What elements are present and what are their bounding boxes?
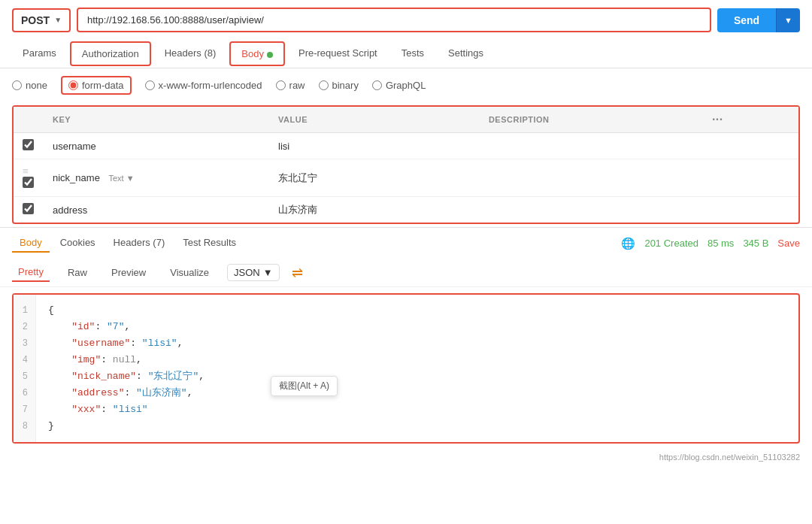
line-numbers: 1 2 3 4 5 6 7 8 — [14, 295, 36, 442]
save-button[interactable]: Save — [777, 238, 800, 249]
table-row: ≡ nick_name Text ▼ 东北辽宁 — [14, 159, 798, 197]
response-size: 345 B — [743, 238, 768, 249]
row-checkbox-cell: ≡ — [14, 159, 44, 197]
option-raw[interactable]: raw — [276, 80, 305, 91]
view-tab-visualize[interactable]: Visualize — [164, 264, 215, 281]
tab-params[interactable]: Params — [12, 40, 67, 68]
col-checkbox — [14, 107, 44, 133]
send-button[interactable]: Send — [717, 8, 776, 32]
col-type — [429, 107, 480, 133]
json-line-6: "address": "山东济南", — [48, 385, 786, 401]
resp-tab-test-results[interactable]: Test Results — [175, 234, 244, 253]
body-options: none form-data x-www-form-urlencoded raw… — [0, 68, 812, 102]
method-dropdown[interactable]: POST ▼ — [12, 8, 71, 32]
row-extra — [700, 133, 798, 159]
json-line-1: { — [48, 302, 786, 319]
tab-settings[interactable]: Settings — [438, 40, 494, 68]
row-key-cell: address — [44, 197, 269, 223]
row-extra — [700, 159, 798, 197]
json-line-3: "username": "lisi", — [48, 335, 786, 352]
globe-icon: 🌐 — [621, 237, 635, 250]
row-value-cell: 山东济南 — [269, 197, 429, 223]
row-extra — [700, 197, 798, 223]
option-form-data[interactable]: form-data — [61, 76, 132, 95]
resp-tab-cookies[interactable]: Cookies — [53, 234, 103, 253]
row-value-cell: 东北辽宁 — [269, 159, 429, 197]
option-binary[interactable]: binary — [319, 80, 359, 91]
method-chevron-icon: ▼ — [54, 16, 62, 24]
row-checkbox[interactable] — [23, 139, 34, 150]
row-key: username — [53, 141, 96, 152]
row-checkbox-cell — [14, 197, 44, 223]
row-desc-cell — [480, 159, 700, 197]
col-key: KEY — [44, 107, 269, 133]
resp-tab-headers[interactable]: Headers (7) — [106, 234, 173, 253]
footer-link: https://blog.csdn.net/weixin_51103282 — [659, 453, 800, 462]
format-label: JSON — [234, 267, 260, 278]
row-key-cell: username — [44, 133, 269, 159]
row-value-cell: lisi — [269, 133, 429, 159]
col-description: DESCRIPTION — [480, 107, 700, 133]
response-bar: Body Cookies Headers (7) Test Results 🌐 … — [0, 227, 812, 259]
json-line-7: "xxx": "lisi" — [48, 401, 786, 418]
json-line-8: } — [48, 418, 786, 435]
method-label: POST — [21, 14, 50, 26]
response-meta: 🌐 201 Created 85 ms 345 B Save — [621, 237, 800, 250]
tab-tests[interactable]: Tests — [391, 40, 435, 68]
table-row: username lisi — [14, 133, 798, 159]
tab-headers[interactable]: Headers (8) — [154, 40, 227, 68]
tab-prerequest[interactable]: Pre-request Script — [288, 40, 388, 68]
tab-body[interactable]: Body — [229, 41, 285, 66]
row-value: 山东济南 — [278, 204, 317, 215]
format-chevron-icon: ▼ — [263, 267, 273, 278]
url-input[interactable] — [77, 8, 711, 32]
screenshot-tooltip: 截图(Alt + A) — [271, 376, 338, 396]
form-data-table-wrapper: KEY VALUE DESCRIPTION ··· username lisi — [12, 105, 800, 224]
row-key: address — [53, 204, 87, 216]
row-key-cell: nick_name Text ▼ — [44, 159, 269, 197]
tab-authorization[interactable]: Authorization — [70, 41, 151, 66]
row-desc-cell — [480, 197, 700, 223]
body-active-dot — [267, 52, 273, 58]
option-graphql[interactable]: GraphQL — [372, 80, 426, 91]
more-icon[interactable]: ··· — [709, 113, 726, 126]
response-view-bar: Pretty Raw Preview Visualize JSON ▼ ⇌ — [0, 259, 812, 287]
col-more: ··· — [700, 107, 798, 133]
format-select[interactable]: JSON ▼ — [227, 264, 280, 281]
row-checkbox[interactable] — [23, 203, 34, 214]
row-checkbox[interactable] — [23, 177, 34, 188]
row-key: nick_name — [53, 172, 100, 183]
row-type-cell — [429, 197, 480, 223]
response-tabs: Body Cookies Headers (7) Test Results — [12, 234, 615, 253]
json-line-4: "img": null, — [48, 352, 786, 368]
send-wrapper: Send ▼ — [717, 8, 800, 32]
json-response-body: 1 2 3 4 5 6 7 8 { "id": "7", "username":… — [12, 293, 800, 444]
option-none[interactable]: none — [12, 80, 47, 91]
wrap-icon[interactable]: ⇌ — [292, 265, 303, 281]
json-line-5: "nick_name": "东北辽宁", — [48, 368, 786, 385]
row-type-cell — [429, 133, 480, 159]
row-desc-cell — [480, 133, 700, 159]
row-type-badge: Text ▼ — [109, 174, 135, 183]
view-tab-raw[interactable]: Raw — [62, 264, 93, 281]
drag-handle-icon[interactable]: ≡ — [23, 165, 29, 177]
form-data-table: KEY VALUE DESCRIPTION ··· username lisi — [14, 107, 798, 223]
view-tab-pretty[interactable]: Pretty — [12, 263, 50, 282]
table-row: address 山东济南 — [14, 197, 798, 223]
json-content: { "id": "7", "username": "lisi", "img": … — [36, 295, 798, 442]
row-checkbox-cell — [14, 133, 44, 159]
resp-tab-body[interactable]: Body — [12, 234, 50, 253]
view-tab-preview[interactable]: Preview — [105, 264, 152, 281]
row-value: lisi — [278, 141, 289, 152]
option-urlencoded[interactable]: x-www-form-urlencoded — [145, 80, 262, 91]
row-type-cell — [429, 159, 480, 197]
top-bar: POST ▼ Send ▼ — [0, 0, 812, 40]
row-value: 东北辽宁 — [278, 172, 317, 183]
status-badge: 201 Created — [644, 238, 698, 249]
json-line-2: "id": "7", — [48, 319, 786, 335]
response-time: 85 ms — [707, 238, 734, 249]
request-tabs: Params Authorization Headers (8) Body Pr… — [0, 40, 812, 68]
col-value: VALUE — [269, 107, 429, 133]
footer: https://blog.csdn.net/weixin_51103282 — [0, 450, 812, 465]
send-split-button[interactable]: ▼ — [776, 8, 800, 32]
